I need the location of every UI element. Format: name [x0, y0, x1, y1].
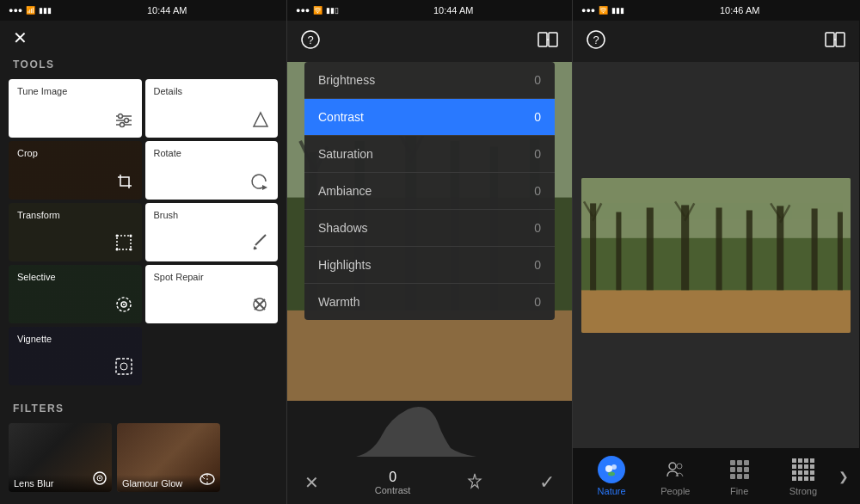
strong-cell: [810, 458, 814, 463]
auto-enhance-button[interactable]: [466, 472, 483, 493]
strong-cell: [792, 470, 796, 475]
close-button[interactable]: ✕: [13, 29, 28, 46]
time-2: 10:44 AM: [433, 5, 473, 15]
fine-cell: [744, 474, 749, 479]
tool-selective-label: Selective: [17, 272, 56, 282]
tools-header: ✕: [0, 21, 286, 52]
tab-fine-label: Fine: [730, 486, 748, 496]
tool-crop[interactable]: Crop: [9, 141, 142, 200]
svg-text:?: ?: [307, 34, 313, 46]
svg-rect-69: [838, 212, 843, 290]
tune-footer: ✕ 0 Contrast ✓: [287, 461, 572, 504]
tune-contrast-label: Contrast: [318, 110, 364, 124]
svg-rect-60: [581, 290, 851, 333]
tool-brush[interactable]: Brush: [145, 203, 279, 261]
filter-image-area: [573, 62, 859, 448]
tool-spot-repair[interactable]: Spot Repair: [145, 265, 279, 323]
question-icon-3[interactable]: ?: [587, 30, 605, 53]
svg-point-81: [677, 464, 682, 469]
details-icon: [252, 111, 269, 132]
tune-ambiance[interactable]: Ambiance 0: [304, 173, 555, 210]
svg-rect-35: [287, 310, 572, 401]
tool-transform[interactable]: Transform: [9, 203, 142, 261]
strong-cell: [810, 476, 814, 481]
tune-ambiance-value: 0: [534, 184, 541, 198]
tune-brightness-value: 0: [534, 73, 541, 87]
tune-contrast-value: 0: [534, 110, 541, 124]
svg-point-78: [611, 464, 617, 470]
tune-contrast[interactable]: Contrast 0: [304, 99, 555, 136]
status-icons-3: ●●● 🛜 ▮▮▮: [581, 6, 624, 15]
svg-rect-65: [716, 207, 722, 290]
tune-warmth-value: 0: [534, 295, 541, 309]
strong-cell: [810, 464, 814, 469]
fine-cell: [730, 460, 735, 465]
filters-header: ?: [573, 21, 859, 62]
tune-header: ?: [287, 21, 572, 62]
fine-cell: [730, 474, 735, 479]
svg-text:?: ?: [593, 34, 599, 46]
svg-rect-56: [836, 33, 845, 46]
tool-spot-repair-label: Spot Repair: [154, 272, 204, 282]
filters-section: FILTERS Lens Blur Glamour Glow: [0, 396, 286, 504]
tab-nature[interactable]: Nature: [580, 451, 643, 501]
strong-cell: [804, 476, 808, 481]
svg-point-79: [608, 472, 615, 476]
compare-icon-2[interactable]: [538, 31, 558, 52]
compare-icon-3[interactable]: [825, 31, 845, 52]
status-icons-1: ●●● 📶 ▮▮▮: [9, 6, 52, 15]
tune-warmth[interactable]: Warmth 0: [304, 284, 555, 320]
fine-cell: [744, 467, 749, 472]
tab-strong[interactable]: Strong: [771, 451, 835, 501]
tool-selective[interactable]: Selective: [9, 265, 142, 323]
svg-rect-30: [538, 33, 547, 46]
tune-shadows[interactable]: Shadows 0: [304, 210, 555, 247]
filter-lens-blur-icon: [93, 471, 107, 488]
svg-point-3: [118, 114, 122, 119]
battery-icon: ▮▮▮: [39, 6, 52, 15]
svg-point-4: [124, 119, 128, 123]
strong-cell: [798, 470, 802, 475]
strong-cell: [804, 464, 808, 469]
tune-image-icon: [114, 113, 133, 132]
crop-icon: [116, 173, 133, 194]
svg-point-80: [669, 463, 676, 470]
svg-line-26: [202, 476, 205, 479]
tune-saturation-value: 0: [534, 147, 541, 161]
expand-filters-button[interactable]: ❯: [835, 470, 852, 483]
tune-current-label: Contrast: [375, 485, 411, 495]
tool-rotate[interactable]: Rotate: [145, 141, 279, 200]
panel-filters: ●●● 🛜 ▮▮▮ 10:46 AM ?: [573, 0, 859, 504]
svg-marker-6: [254, 113, 267, 126]
tune-highlights[interactable]: Highlights 0: [304, 247, 555, 284]
tool-transform-label: Transform: [17, 210, 60, 220]
tune-brightness[interactable]: Brightness 0: [304, 62, 555, 99]
tune-saturation[interactable]: Saturation 0: [304, 136, 555, 173]
wifi-icon-3: 🛜: [599, 6, 608, 15]
selective-icon: [114, 295, 133, 318]
strong-cell: [792, 464, 796, 469]
filter-glamour-glow[interactable]: Glamour Glow: [117, 423, 220, 492]
signal-icon-3: ●●●: [581, 6, 595, 15]
filter-lens-blur[interactable]: Lens Blur: [9, 423, 112, 492]
tab-people[interactable]: People: [643, 451, 707, 501]
tune-highlights-value: 0: [534, 258, 541, 272]
tab-fine[interactable]: Fine: [708, 451, 771, 501]
question-icon-2[interactable]: ?: [301, 30, 320, 53]
cancel-button-2[interactable]: ✕: [304, 472, 319, 493]
svg-marker-7: [262, 185, 267, 190]
strong-cell: [798, 476, 802, 481]
svg-rect-66: [746, 210, 752, 290]
tune-dropdown: Brightness 0 Contrast 0 Saturation 0 Amb…: [304, 62, 555, 320]
tool-tune-image[interactable]: Tune Image: [9, 79, 142, 138]
rotate-icon: [250, 173, 269, 194]
tool-vignette[interactable]: Vignette: [9, 327, 142, 385]
strong-cell: [804, 470, 808, 475]
svg-point-11: [115, 249, 118, 251]
strong-cell: [792, 458, 796, 463]
panel-tools: ●●● 📶 ▮▮▮ 10:44 AM ✕ TOOLS Tune Image De…: [0, 0, 286, 504]
tune-saturation-label: Saturation: [318, 147, 373, 161]
tool-details[interactable]: Details: [145, 79, 279, 138]
apply-button-2[interactable]: ✓: [539, 471, 555, 494]
status-bar-1: ●●● 📶 ▮▮▮ 10:44 AM: [0, 0, 286, 21]
